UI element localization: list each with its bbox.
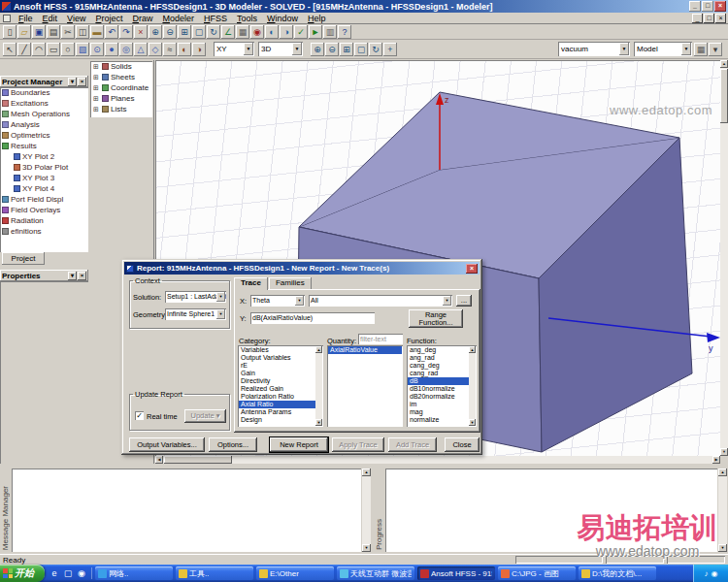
expand-icon[interactable]: ⊞: [92, 95, 100, 103]
tray-icon[interactable]: ♪: [705, 569, 709, 578]
function-item[interactable]: ang_deg: [408, 346, 469, 354]
tree-item-analysis[interactable]: Analysis: [0, 119, 88, 130]
unite-icon[interactable]: ◑: [280, 25, 293, 39]
progress-content[interactable]: [385, 469, 717, 552]
x-browse-button[interactable]: ...: [456, 295, 472, 307]
tree-item-field-overlays[interactable]: Field Overlays: [0, 205, 88, 215]
viewport-horizontal-scrollbar[interactable]: ◀ ▶: [155, 456, 720, 464]
expand-icon[interactable]: ⊞: [92, 63, 100, 71]
viewport-vertical-scrollbar[interactable]: ▲ ▼: [720, 60, 728, 456]
function-item[interactable]: mag: [408, 408, 469, 416]
tree-item-xy-plot-3[interactable]: XY Plot 3: [0, 173, 88, 183]
open-icon[interactable]: ▱: [17, 25, 31, 39]
window-titlebar[interactable]: Ansoft HFSS - 915MHzAntenna - HFSSDesign…: [0, 0, 728, 13]
tree-item-radiation[interactable]: Radiation: [0, 215, 88, 226]
tree-item-definitions[interactable]: efinitions: [0, 226, 88, 237]
properties-titlebar[interactable]: Properties ▾ ×: [0, 270, 88, 281]
menu-item[interactable]: Modeler: [157, 14, 199, 23]
scroll-up-icon[interactable]: ▲: [718, 469, 727, 476]
panel-menu-icon[interactable]: ▾: [68, 78, 77, 86]
system-tray[interactable]: ♪ ◉: [693, 565, 728, 582]
task-tools[interactable]: 工具..: [176, 566, 253, 580]
modeler-item-coordinate[interactable]: ⊞ Coordinate: [90, 82, 152, 93]
menu-item[interactable]: Help: [303, 14, 331, 23]
update-button[interactable]: Update ▾: [184, 409, 226, 423]
quantity-item[interactable]: AxialRatioValue: [328, 346, 402, 354]
results-icon[interactable]: ▥: [323, 25, 337, 39]
pan-view-icon[interactable]: +: [383, 43, 397, 56]
function-item[interactable]: cang_deg: [408, 362, 469, 370]
category-item[interactable]: rE: [239, 362, 315, 370]
tree-item-xy-plot-2[interactable]: XY Plot 2: [0, 151, 88, 162]
draw-polyhedron-icon[interactable]: ◇: [149, 43, 162, 56]
zoom-out-icon[interactable]: ⊖: [163, 25, 177, 39]
new-report-button[interactable]: New Report: [270, 437, 328, 452]
draw-cone-icon[interactable]: △: [134, 43, 148, 56]
quantity-filter-input[interactable]: [358, 334, 403, 344]
draw-cylinder-icon[interactable]: ⊙: [90, 43, 104, 56]
media-player-icon[interactable]: ◉: [76, 567, 87, 579]
function-item[interactable]: cang_rad: [408, 370, 469, 377]
output-variables-button[interactable]: Output Variables...: [129, 437, 205, 452]
report-dialog-close-button[interactable]: ×: [466, 264, 478, 274]
function-item[interactable]: dB10normalize: [408, 385, 469, 393]
options-button[interactable]: Options...: [209, 437, 257, 452]
redo-icon[interactable]: ↷: [119, 25, 133, 39]
task-e-other[interactable]: E:\Other: [256, 566, 334, 580]
range-function-button[interactable]: Range Function...: [409, 309, 463, 328]
copy-icon[interactable]: ◫: [76, 25, 89, 39]
category-item[interactable]: Variables: [239, 346, 315, 354]
close-dialog-button[interactable]: Close: [445, 437, 480, 452]
select-icon[interactable]: ↖: [3, 43, 17, 56]
chevron-down-icon[interactable]: ▼: [443, 296, 451, 306]
list-scrollbar[interactable]: ▲ ▼: [469, 346, 476, 426]
category-item[interactable]: Output Variables: [239, 354, 315, 362]
panel-menu-icon[interactable]: ▾: [68, 272, 77, 280]
draw-sphere-icon[interactable]: ●: [105, 43, 118, 56]
panel-close-icon[interactable]: ×: [78, 272, 86, 280]
scroll-left-icon[interactable]: ◀: [155, 456, 163, 464]
mdi-restore-button[interactable]: □: [704, 14, 714, 23]
category-item[interactable]: Realized Gain: [239, 385, 315, 393]
fit-all-icon[interactable]: ▢: [354, 43, 368, 56]
chevron-down-icon[interactable]: ▼: [619, 43, 629, 55]
draw-torus-icon[interactable]: ◎: [119, 43, 133, 56]
rotate-view-icon[interactable]: ↻: [369, 43, 382, 56]
real-time-checkbox[interactable]: ✓: [135, 411, 144, 420]
add-trace-button[interactable]: Add Trace: [388, 437, 437, 452]
progress-scrollbar[interactable]: ▲ ▼: [718, 469, 727, 552]
function-listbox[interactable]: ang_degang_radcang_degcang_raddBdB10norm…: [407, 345, 477, 427]
menu-item[interactable]: HFSS: [199, 14, 232, 23]
function-item[interactable]: normalize: [408, 416, 469, 424]
scroll-down-icon[interactable]: ▼: [469, 419, 476, 426]
function-item[interactable]: ang_rad: [408, 354, 469, 362]
boolean-unite-icon[interactable]: ◑: [192, 43, 206, 56]
paste-icon[interactable]: ▬: [90, 25, 104, 39]
plane-combo[interactable]: XY ▼: [214, 42, 254, 56]
subtract-icon[interactable]: ◐: [265, 25, 279, 39]
view-combo[interactable]: 3D ▼: [258, 42, 303, 56]
scroll-up-icon[interactable]: ▲: [315, 346, 322, 353]
zoom-in-icon[interactable]: ⊕: [149, 25, 162, 39]
project-manager-titlebar[interactable]: Project Manager ▾ ×: [0, 76, 88, 87]
modeler-item-sheets[interactable]: ⊞ Sheets: [90, 72, 152, 82]
x-range-combo[interactable]: All ▼: [309, 295, 452, 307]
zoom-in-icon[interactable]: ⊕: [311, 43, 324, 56]
tree-item-port-field-display[interactable]: Port Field Displ: [0, 194, 88, 205]
help-icon[interactable]: ?: [338, 25, 351, 39]
draw-arc-icon[interactable]: ◠: [32, 43, 46, 56]
restore-button[interactable]: □: [702, 1, 713, 12]
draw-ellipse-icon[interactable]: ○: [61, 43, 75, 56]
x-axis-combo[interactable]: Theta ▼: [250, 295, 305, 307]
chevron-down-icon[interactable]: ▼: [216, 292, 225, 302]
tree-item-mesh-operations[interactable]: Mesh Operations: [0, 109, 88, 119]
scrollbar-thumb[interactable]: [720, 69, 728, 123]
tree-item-excitations[interactable]: Excitations: [0, 98, 88, 109]
expand-icon[interactable]: ⊞: [92, 84, 100, 92]
scroll-down-icon[interactable]: ▼: [362, 544, 371, 552]
function-item[interactable]: im: [408, 401, 469, 408]
tree-item-results[interactable]: Results: [0, 141, 88, 151]
category-item[interactable]: Directivity: [239, 377, 315, 385]
menu-item[interactable]: View: [62, 14, 90, 23]
menu-item[interactable]: Window: [262, 14, 303, 23]
